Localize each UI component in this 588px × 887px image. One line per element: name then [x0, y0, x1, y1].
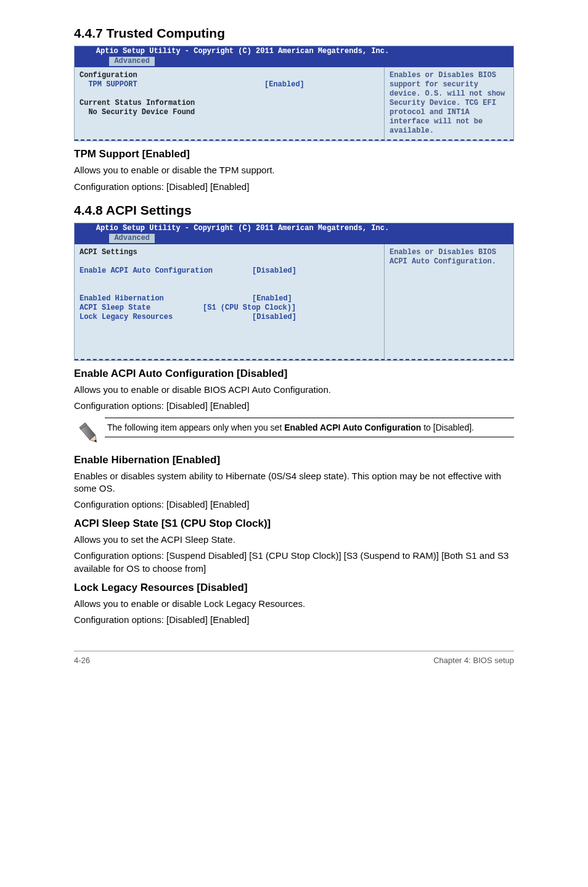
note-block: The following item appears only when you…: [74, 418, 514, 446]
bios-left-panel-b: ACPI Settings Enable ACPI Auto Configura…: [75, 244, 384, 359]
row-hibernation: Enabled Hibernation[Enabled]: [80, 294, 292, 303]
enable-hibernation-options: Configuration options: [Disabled] [Enabl…: [74, 498, 514, 511]
bios-left-panel: Configuration TPM SUPPORT[Enabled] Curre…: [75, 67, 384, 139]
tpm-support-heading: TPM Support [Enabled]: [74, 147, 514, 162]
row-sleep-state-value: [S1 (CPU Stop Clock)]: [203, 303, 296, 312]
footer-page-number: 4-26: [74, 655, 90, 666]
lock-legacy-options: Configuration options: [Disabled] [Enabl…: [74, 614, 514, 626]
row-enable-auto-value: [Disabled]: [252, 266, 296, 275]
note-bold: Enabled ACPI Auto Configuration: [284, 423, 421, 432]
enable-acpi-options: Configuration options: [Disabled] [Enabl…: [74, 400, 514, 412]
pencil-icon: [74, 418, 105, 446]
tpm-support-value: [Enabled]: [264, 80, 304, 89]
lock-legacy-heading: Lock Legacy Resources [Disabled]: [74, 581, 514, 595]
bios-header-line1b: Aptio Setup Utility - Copyright (C) 2011…: [75, 223, 513, 233]
bios-tab-advanced: Advanced: [109, 57, 155, 66]
tpm-support-label: TPM SUPPORT[Enabled]: [80, 80, 304, 89]
section-448-title: 4.4.8 ACPI Settings: [74, 202, 514, 219]
bios-screenshot-448: Aptio Setup Utility - Copyright (C) 2011…: [74, 223, 514, 361]
acpi-settings-heading: ACPI Settings: [80, 248, 137, 257]
acpi-sleep-desc: Allows you to set the ACPI Sleep State.: [74, 534, 514, 546]
row-lock-legacy: Lock Legacy Resources[Disabled]: [80, 313, 296, 321]
enable-acpi-heading: Enable ACPI Auto Configuration [Disabled…: [74, 367, 514, 381]
bios-screenshot-447: Aptio Setup Utility - Copyright (C) 2011…: [74, 46, 514, 141]
row-hibernation-value: [Enabled]: [252, 294, 292, 303]
footer-chapter: Chapter 4: BIOS setup: [433, 655, 514, 666]
bios-header-line2: Advanced: [75, 56, 513, 67]
row-enable-auto: Enable ACPI Auto Configuration[Disabled]: [80, 266, 296, 275]
bios-header-line2b: Advanced: [75, 233, 513, 244]
note-post: to [Disabled].: [421, 423, 474, 432]
note-text: The following item appears only when you…: [105, 418, 514, 438]
bios-tab-advanced-b: Advanced: [109, 234, 155, 243]
bios-divider: [75, 139, 513, 141]
bios-divider-b: [75, 359, 513, 360]
config-heading: Configuration: [80, 71, 137, 80]
page-footer: 4-26 Chapter 4: BIOS setup: [74, 651, 514, 666]
note-pre: The following item appears only when you…: [107, 423, 284, 432]
tpm-support-options: Configuration options: [Disabled] [Enabl…: [74, 181, 514, 193]
row-lock-legacy-value: [Disabled]: [252, 313, 296, 321]
enable-hibernation-desc: Enables or disables system ability to Hi…: [74, 470, 514, 495]
section-447-title: 4.4.7 Trusted Computing: [74, 25, 514, 42]
bios-header-line1: Aptio Setup Utility - Copyright (C) 2011…: [75, 46, 513, 56]
tpm-support-desc: Allows you to enable or disable the TPM …: [74, 164, 514, 176]
lock-legacy-desc: Allows you to enable or disable Lock Leg…: [74, 598, 514, 610]
enable-acpi-desc: Allows you to enable or disable BIOS ACP…: [74, 384, 514, 396]
status-info-1: Current Status Information: [80, 99, 195, 107]
bios-right-panel-b: Enables or Disables BIOS ACPI Auto Confi…: [384, 244, 513, 359]
acpi-sleep-heading: ACPI Sleep State [S1 (CPU Stop Clock)]: [74, 517, 514, 531]
row-sleep-state: ACPI Sleep State[S1 (CPU Stop Clock)]: [80, 303, 296, 312]
status-info-2: No Security Device Found: [80, 108, 195, 117]
acpi-sleep-options: Configuration options: [Suspend Disabled…: [74, 550, 514, 575]
enable-hibernation-heading: Enable Hibernation [Enabled]: [74, 453, 514, 468]
bios-right-panel: Enables or Disables BIOS support for sec…: [384, 67, 513, 139]
